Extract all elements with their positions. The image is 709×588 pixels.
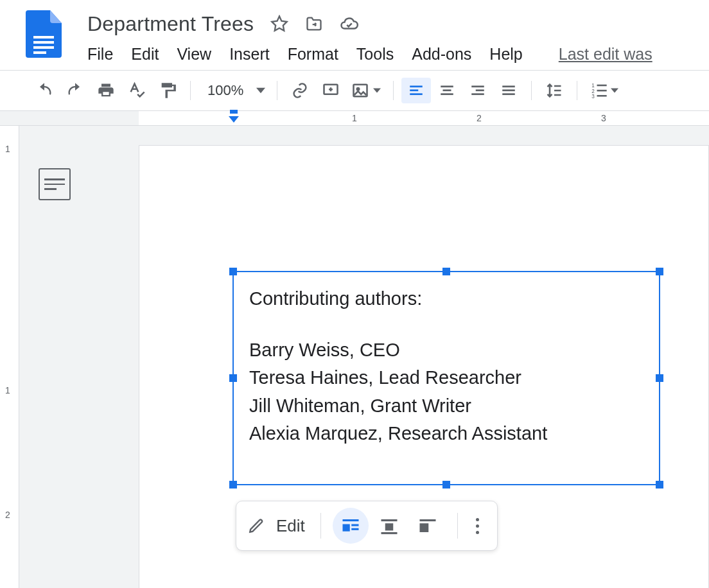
align-center-button[interactable] — [432, 78, 462, 103]
svg-rect-9 — [410, 93, 423, 95]
toolbar: 100% 1 2 3 — [0, 71, 709, 110]
svg-rect-28 — [351, 524, 358, 526]
docs-logo-icon[interactable] — [26, 10, 62, 58]
undo-button[interactable] — [30, 78, 59, 103]
menu-addons[interactable]: Add-ons — [412, 45, 471, 64]
menu-tools[interactable]: Tools — [356, 45, 394, 64]
svg-rect-15 — [472, 93, 485, 95]
svg-rect-31 — [385, 523, 394, 530]
move-to-folder-icon[interactable] — [305, 15, 323, 33]
document-outline-button[interactable] — [39, 168, 71, 200]
svg-rect-3 — [33, 51, 46, 54]
menu-bar: File Edit View Insert Format Tools Add-o… — [87, 45, 709, 64]
svg-rect-26 — [342, 519, 358, 521]
svg-rect-27 — [342, 524, 349, 532]
line-spacing-button[interactable] — [539, 78, 569, 103]
print-button[interactable] — [91, 78, 121, 103]
svg-rect-18 — [503, 93, 516, 95]
textbox-line: Jill Whiteman, Grant Writer — [249, 392, 643, 420]
textbox-line: Teresa Haines, Lead Researcher — [249, 364, 643, 392]
zoom-value: 100% — [207, 82, 243, 99]
menu-edit[interactable]: Edit — [131, 45, 159, 64]
svg-text:3: 3 — [592, 94, 595, 99]
add-comment-button[interactable] — [316, 78, 346, 103]
resize-handle[interactable] — [442, 481, 450, 489]
svg-rect-10 — [441, 85, 454, 87]
chevron-down-icon — [373, 87, 381, 94]
align-justify-button[interactable] — [494, 78, 523, 103]
wrap-inline-button[interactable] — [333, 508, 369, 544]
spellcheck-button[interactable] — [122, 78, 152, 103]
menu-insert[interactable]: Insert — [229, 45, 270, 64]
align-left-button[interactable] — [401, 78, 431, 103]
svg-rect-29 — [351, 528, 358, 530]
resize-handle[interactable] — [656, 268, 663, 275]
svg-rect-23 — [597, 90, 607, 92]
ruler-number: 1 — [5, 385, 10, 395]
document-title[interactable]: Department Trees — [87, 12, 254, 36]
wrap-behind-button[interactable] — [410, 508, 446, 544]
svg-rect-24 — [597, 95, 607, 97]
textbox-heading: Contributing authors: — [249, 285, 643, 313]
svg-rect-25 — [230, 110, 238, 114]
edit-label: Edit — [276, 516, 305, 536]
resize-handle[interactable] — [656, 374, 663, 382]
resize-handle[interactable] — [229, 268, 237, 275]
svg-point-6 — [357, 88, 360, 91]
svg-rect-32 — [381, 532, 397, 534]
paint-format-button[interactable] — [153, 78, 182, 103]
document-page[interactable]: Contributing authors: Barry Weiss, CEO T… — [139, 145, 709, 588]
indent-marker-icon[interactable] — [227, 110, 240, 126]
svg-rect-22 — [597, 85, 607, 87]
textbox-line: Alexia Marquez, Research Assistant — [249, 420, 643, 448]
cloud-status-icon[interactable] — [340, 14, 359, 33]
ruler-number: 2 — [5, 510, 10, 520]
wrap-break-button[interactable] — [371, 508, 407, 544]
align-right-button[interactable] — [463, 78, 493, 103]
app-header: Department Trees File Edit — [0, 0, 709, 64]
menu-format[interactable]: Format — [288, 45, 338, 64]
ruler-number: 1 — [352, 113, 357, 123]
svg-rect-33 — [419, 519, 435, 521]
resize-handle[interactable] — [656, 481, 663, 489]
textbox-line: Barry Weiss, CEO — [249, 336, 643, 365]
resize-handle[interactable] — [229, 481, 237, 489]
horizontal-ruler[interactable]: 1 2 3 — [0, 110, 709, 126]
edit-drawing-button[interactable]: Edit — [248, 516, 309, 536]
vertical-ruler[interactable]: 1 1 2 — [0, 126, 19, 588]
star-icon[interactable] — [270, 15, 288, 33]
insert-link-button[interactable] — [285, 78, 315, 103]
svg-rect-14 — [476, 89, 484, 91]
more-options-button[interactable] — [469, 518, 486, 534]
menu-file[interactable]: File — [87, 45, 113, 64]
workspace: 1 1 2 Contributing authors: Barry Weiss,… — [0, 126, 709, 588]
svg-rect-11 — [443, 89, 451, 91]
ruler-number: 2 — [477, 113, 482, 123]
svg-rect-7 — [410, 85, 423, 87]
insert-image-button[interactable] — [347, 78, 385, 103]
resize-handle[interactable] — [229, 374, 237, 382]
svg-rect-2 — [33, 46, 54, 49]
resize-handle[interactable] — [442, 268, 450, 275]
last-edit-link[interactable]: Last edit was — [559, 45, 652, 64]
zoom-select[interactable]: 100% — [198, 82, 269, 99]
redo-button[interactable] — [60, 78, 90, 103]
ruler-number: 1 — [5, 144, 10, 154]
pencil-icon — [248, 517, 265, 534]
numbered-list-button[interactable]: 1 2 3 — [585, 78, 624, 103]
menu-help[interactable]: Help — [489, 45, 522, 64]
chevron-down-icon — [256, 86, 265, 95]
svg-rect-13 — [472, 85, 485, 87]
menu-view[interactable]: View — [177, 45, 211, 64]
chevron-down-icon — [611, 87, 618, 94]
svg-rect-17 — [503, 89, 516, 91]
ruler-number: 3 — [601, 113, 606, 123]
svg-rect-1 — [33, 41, 54, 44]
svg-rect-0 — [33, 36, 54, 39]
svg-rect-8 — [410, 89, 419, 91]
svg-rect-34 — [419, 523, 428, 532]
selected-drawing-object[interactable]: Contributing authors: Barry Weiss, CEO T… — [232, 271, 660, 485]
svg-rect-12 — [441, 93, 454, 95]
image-options-toolbar: Edit — [236, 501, 498, 551]
svg-rect-30 — [381, 519, 397, 521]
